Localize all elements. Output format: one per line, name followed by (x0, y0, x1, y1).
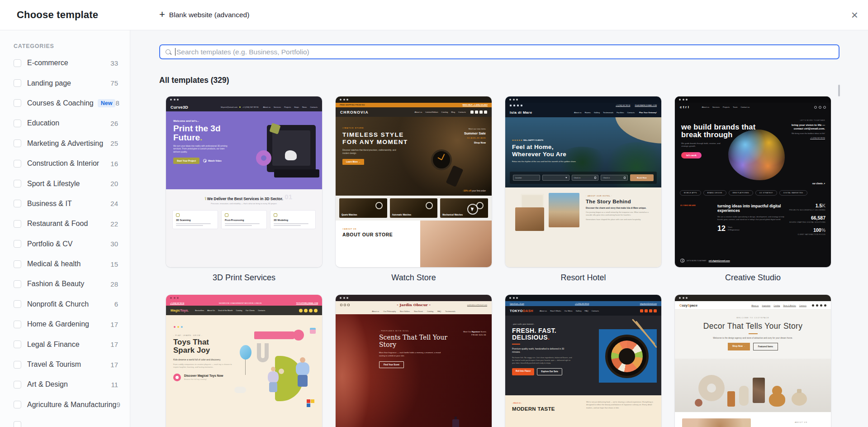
template-grid: Curve3D 3d.print@email.com+1 (234) 567 8… (166, 96, 868, 427)
search-input[interactable] (176, 48, 833, 56)
checkbox[interactable] (14, 381, 21, 389)
mouse-cursor (467, 204, 478, 215)
vase-graphic (695, 399, 702, 407)
checkbox[interactable] (14, 421, 21, 427)
category-item-nonprofit-church[interactable]: Nonprofit & Church 6 (14, 294, 118, 314)
close-icon[interactable]: × (851, 9, 858, 21)
checkbox[interactable] (14, 401, 21, 408)
mini-logo: CozySpace (679, 303, 697, 307)
template-card-toy-store[interactable]: +1 (234) 567 89 90 SHOWROOM: 123A EGREMO… (166, 295, 322, 427)
category-item-portfolio-cv[interactable]: Portfolio & CV 30 (14, 234, 118, 254)
checkbox[interactable] (14, 160, 21, 168)
category-item-medical-health[interactable]: Medical & health 15 (14, 254, 118, 274)
checkbox[interactable] (14, 260, 21, 268)
twitter-icon (513, 105, 515, 106)
search-bar[interactable] (159, 44, 840, 59)
mini-paragraph: We are a creative studio specializing in… (717, 216, 786, 221)
category-item-sport-lifestyle[interactable]: Sport & Lifestyle 20 (14, 173, 118, 193)
youtube-icon (649, 309, 652, 312)
scrollbar-thumb[interactable] (838, 85, 840, 96)
mini-eyebrow: 01 // WHO WE ARE (680, 205, 696, 206)
category-count: 22 (110, 220, 118, 228)
categories-list: E-commerce 33 Landing page 75 Courses & … (14, 53, 118, 427)
template-card-sushi-delivery[interactable]: Open 8 am - 10 pm +1 (234) 567 89 00 tok… (505, 295, 661, 427)
mini-contact: 3d.print@email.com+1 (234) 567 89 90 (221, 106, 259, 108)
checkbox[interactable] (14, 139, 21, 147)
twitter-icon (309, 309, 313, 312)
category-item-home-gardening[interactable]: Home & Gardening 17 (14, 314, 118, 334)
template-card-creative-studio[interactable]: ctrl About usServices ProjectsTeam Conta… (675, 96, 831, 267)
category-item-marketing-advertising[interactable]: Marketing & Advertising 25 (14, 134, 118, 154)
category-label: Marketing & Advertising (27, 139, 103, 148)
category-item-restaurant-food[interactable]: Restaurant & Food 22 (14, 214, 118, 234)
category-item-art-design[interactable]: Art & Design 11 (14, 374, 118, 394)
category-item-travel-tourism[interactable]: Travel & Tourism 17 (14, 355, 118, 374)
social-icons (640, 309, 657, 312)
category-item-education[interactable]: Education 26 (14, 113, 118, 133)
category-item-legal-finance[interactable]: Legal & Finance 17 (14, 334, 118, 354)
category-count: 20 (110, 180, 118, 187)
template-card-3d-print-services[interactable]: Curve3D 3d.print@email.com+1 (234) 567 8… (166, 96, 322, 267)
mini-title: Scents That Tell Your Story (379, 334, 451, 348)
youtube-icon (819, 106, 821, 109)
mini-button: Featured Items (753, 343, 778, 350)
category-item-courses-coaching[interactable]: Courses & Coaching New 8 (14, 93, 118, 113)
category-item-fashion-beauty[interactable]: Fashion & Beauty 28 (14, 274, 118, 294)
checkbox[interactable] (14, 180, 21, 187)
checkbox[interactable] (14, 341, 21, 348)
checkbox[interactable] (14, 99, 21, 107)
category-item-agriculture-manufacturing[interactable]: Agriculture & Manufacturing 9 (14, 395, 118, 415)
mini-logo: ctrl (680, 105, 690, 109)
category-item-construction-interior[interactable]: Construction & Interior 16 (14, 154, 118, 173)
cloud-graphic (234, 387, 246, 393)
contact-block: LET'S WORK TOGETHER bring your vision to… (783, 120, 825, 139)
vase-graphic (727, 391, 735, 407)
checkbox[interactable] (14, 59, 21, 67)
page-title: Choose template (17, 9, 98, 21)
bunny-icon (173, 374, 181, 381)
category-count: 16 (110, 160, 118, 168)
checkbox[interactable] (14, 120, 21, 127)
category-label: Travel & Tourism (27, 360, 81, 369)
category-item-business-it[interactable]: Business & IT 24 (14, 194, 118, 214)
checkbox[interactable] (14, 280, 21, 288)
youtube-icon (314, 309, 318, 312)
checkbox[interactable] (14, 200, 21, 207)
category-item-partial[interactable] (14, 415, 118, 427)
blank-website-label: Blank website (advanced) (169, 11, 250, 19)
checkbox[interactable] (14, 361, 21, 369)
calendar-icon (624, 177, 626, 179)
template-card-resort-hotel[interactable]: +1 (234) 567 89 90ISLADIMARE@GMAIL.COM I… (505, 96, 661, 267)
category-label: Landing page (27, 79, 71, 87)
checkbox[interactable] (14, 321, 21, 328)
browser-dots (166, 96, 322, 103)
mini-button: Roll Into Flavor (512, 368, 534, 375)
stats-column: 1.5K PROJECTS SUCCESSFULLY DELIVERED 66,… (789, 203, 825, 240)
checkbox[interactable] (14, 240, 21, 248)
tag-pills: MOBILE APPS BRAND DESIGN WEB PLATFORMS U… (675, 187, 831, 198)
checkbox[interactable] (14, 300, 21, 308)
category-label: Home & Gardening (27, 320, 89, 328)
category-item-landing-page[interactable]: Landing page 75 (14, 73, 118, 93)
checkbox[interactable] (14, 79, 21, 87)
blank-website-button[interactable]: + Blank website (advanced) (159, 10, 249, 19)
category-count: 8 (115, 99, 119, 107)
mini-logo: TOKYODASH (510, 309, 533, 313)
mini-header-cta: Plan Your Getaway! (639, 111, 657, 114)
mini-logo: Isla di Mare (510, 110, 532, 115)
template-card-decor-store[interactable]: CozySpace About usInspiration CatalogNew… (675, 295, 831, 427)
mini-hero: - PLAY. LEARN. GROW - Toys That Spark Jo… (166, 315, 322, 427)
social-icons (510, 105, 522, 106)
category-count: 24 (110, 200, 118, 207)
accent-rule (749, 333, 758, 334)
social-icons (340, 304, 350, 306)
gift-graphic (310, 328, 316, 334)
category-label: Fashion & Beauty (27, 280, 84, 288)
booking-field-location: Location (513, 175, 540, 181)
checkbox[interactable] (14, 220, 21, 228)
category-item-ecommerce[interactable]: E-commerce 33 (14, 53, 118, 73)
category-count: 6 (114, 300, 118, 308)
new-badge: New (98, 99, 116, 107)
template-card-perfume-store[interactable]: - Jardin Obscur - jardinobscur@email.com… (336, 295, 492, 427)
template-card-watch-store[interactable]: FREE SHIPPING FROM $50 NEED HELP: +1 (55… (336, 96, 492, 267)
